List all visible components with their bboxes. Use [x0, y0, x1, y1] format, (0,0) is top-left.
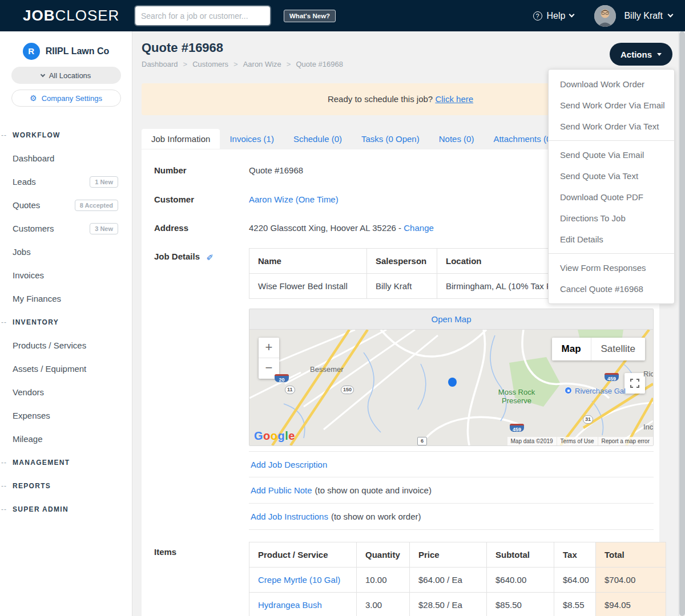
menu-item-send-work-order-text[interactable]: Send Work Order Via Text — [549, 116, 674, 137]
google-logo[interactable]: Google — [254, 429, 295, 443]
job-col-salesperson: Salesperson — [367, 249, 437, 274]
menu-item-cancel-quote[interactable]: Cancel Quote #16968 — [549, 278, 674, 299]
tab-job-information[interactable]: Job Information — [142, 129, 220, 149]
breadcrumb-separator: > — [183, 60, 188, 68]
map-attribution: Map data ©2019 Terms of Use Report a map… — [507, 437, 653, 445]
item-subtotal-cell: $640.00 — [487, 568, 554, 593]
sidebar-item-leads[interactable]: Leads1 New — [0, 170, 132, 193]
sidebar-item-products-services[interactable]: Products / Services — [0, 334, 132, 357]
menu-item-view-form-responses[interactable]: View Form Responses — [549, 257, 674, 278]
tab-tasks[interactable]: Tasks (0 Open) — [352, 129, 429, 149]
user-menu[interactable]: Billy Kraft — [624, 11, 672, 21]
section-inventory[interactable]: INVENTORY — [0, 310, 132, 334]
add-job-description-link[interactable]: Add Job Description — [251, 460, 327, 469]
job-col-name: Name — [249, 249, 367, 274]
tab-invoices[interactable]: Invoices (1) — [220, 129, 284, 149]
google-letter: G — [254, 429, 263, 442]
map-button[interactable]: Map — [552, 338, 591, 360]
sidebar-item-label: Jobs — [13, 247, 31, 257]
all-locations-dropdown[interactable]: All Locations — [11, 67, 121, 84]
sidebar-item-expenses[interactable]: Expenses — [0, 404, 132, 427]
logo-bold: JOB — [23, 7, 55, 24]
sidebar-nav: WORKFLOW Dashboard Leads1 New Quotes8 Ac… — [0, 123, 132, 521]
satellite-button[interactable]: Satellite — [591, 338, 645, 360]
sidebar-item-dashboard[interactable]: Dashboard — [0, 147, 132, 170]
item-total-cell: $94.05 — [596, 593, 666, 616]
sidebar-item-label: Invoices — [13, 270, 44, 280]
map-canvas[interactable]: + − Map Satellite Bessemer Moss Rock Pre… — [249, 330, 653, 445]
map-type-control: Map Satellite — [552, 338, 645, 360]
product-link[interactable]: Crepe Myrtle (10 Gal) — [258, 575, 340, 585]
edit-pencil-icon[interactable]: ✎ — [206, 252, 213, 262]
menu-item-edit-details[interactable]: Edit Details — [549, 229, 674, 250]
fullscreen-button[interactable] — [624, 373, 645, 394]
actions-button[interactable]: Actions — [610, 43, 672, 66]
breadcrumb-customers[interactable]: Customers — [192, 60, 228, 68]
items-col-tax: Tax — [554, 542, 596, 568]
banner-click-here-link[interactable]: Click here — [435, 94, 473, 104]
tab-schedule[interactable]: Schedule (0) — [284, 129, 352, 149]
job-details-label: Job Details ✎ — [154, 252, 213, 262]
navbar-right: ? Help Billy Kraft — [533, 0, 672, 31]
menu-divider — [549, 140, 674, 141]
menu-item-download-work-order[interactable]: Download Work Order — [549, 74, 674, 95]
map-marker-icon[interactable] — [448, 378, 457, 387]
google-letter: g — [278, 429, 285, 442]
chevron-down-icon — [668, 12, 674, 18]
open-map-link[interactable]: Open Map — [431, 314, 471, 324]
add-public-note-link[interactable]: Add Public Note — [251, 485, 312, 495]
terms-of-use-link[interactable]: Terms of Use — [557, 437, 598, 445]
sidebar-item-label: Quotes — [13, 200, 40, 210]
map-label-moss-rock: Moss Rock Preserve — [496, 388, 537, 405]
sidebar-item-invoices[interactable]: Invoices — [0, 264, 132, 287]
scrollbar-thumb[interactable] — [679, 31, 685, 616]
route-11-shield: 11 — [285, 386, 295, 394]
customer-label: Customer — [154, 194, 194, 204]
customer-link[interactable]: Aaron Wize (One Time) — [249, 194, 339, 204]
menu-item-send-work-order-email[interactable]: Send Work Order Via Email — [549, 95, 674, 116]
sidebar-item-quotes[interactable]: Quotes8 Accepted — [0, 193, 132, 217]
user-avatar[interactable] — [594, 5, 616, 27]
section-management[interactable]: MANAGEMENT — [0, 451, 132, 474]
tab-bar: Job Information Invoices (1) Schedule (0… — [142, 129, 563, 149]
tab-notes[interactable]: Notes (0) — [429, 129, 484, 149]
section-reports[interactable]: REPORTS — [0, 474, 132, 497]
breadcrumb-dashboard[interactable]: Dashboard — [142, 60, 178, 68]
section-workflow[interactable]: WORKFLOW — [0, 123, 132, 147]
company-settings-button[interactable]: ⚙ Company Settings — [11, 90, 121, 107]
zoom-in-button[interactable]: + — [259, 338, 279, 358]
report-map-error-link[interactable]: Report a map error — [598, 437, 653, 445]
search-input[interactable] — [135, 6, 270, 25]
map-place-pin-icon — [565, 387, 572, 394]
scrollbar[interactable] — [678, 31, 685, 616]
menu-item-download-quote-pdf[interactable]: Download Quote PDF — [549, 187, 674, 208]
breadcrumb: Dashboard > Customers > Aaron Wize > Quo… — [142, 60, 343, 68]
menu-item-send-quote-text[interactable]: Send Quote Via Text — [549, 165, 674, 187]
item-price-cell: $64.00 / Ea — [410, 568, 487, 593]
breadcrumb-separator: > — [233, 60, 238, 68]
items-col-product: Product / Service — [249, 542, 357, 568]
whats-new-button[interactable]: What's New? — [284, 10, 336, 22]
sidebar-item-mileage[interactable]: Mileage — [0, 427, 132, 451]
sidebar-item-vendors[interactable]: Vendors — [0, 380, 132, 404]
address-change-link[interactable]: Change — [404, 223, 434, 233]
actions-dropdown-menu: Download Work Order Send Work Order Via … — [548, 69, 675, 304]
sidebar-item-label: Products / Services — [13, 341, 86, 350]
open-map-bar: Open Map — [249, 309, 653, 330]
menu-item-directions-to-job[interactable]: Directions To Job — [549, 208, 674, 229]
route-6-shield: 6 — [417, 437, 427, 445]
section-super-admin[interactable]: SUPER ADMIN — [0, 497, 132, 521]
route-31-shield: 31 — [583, 415, 593, 424]
sidebar-item-assets-equipment[interactable]: Assets / Equipment — [0, 357, 132, 380]
product-link[interactable]: Hydrangea Bush — [258, 600, 322, 610]
sidebar-item-my-finances[interactable]: My Finances — [0, 287, 132, 310]
sidebar-item-customers[interactable]: Customers3 New — [0, 217, 132, 240]
job-salesperson-cell: Billy Kraft — [367, 274, 437, 299]
breadcrumb-aaron-wize[interactable]: Aaron Wize — [243, 60, 281, 68]
interstate-20-shield: 20 — [275, 374, 289, 382]
item-total-cell: $704.00 — [596, 568, 666, 593]
sidebar-item-jobs[interactable]: Jobs — [0, 240, 132, 264]
add-job-instructions-link[interactable]: Add Job Instructions — [251, 512, 328, 521]
menu-item-send-quote-email[interactable]: Send Quote Via Email — [549, 144, 674, 165]
help-menu[interactable]: ? Help — [533, 11, 574, 21]
